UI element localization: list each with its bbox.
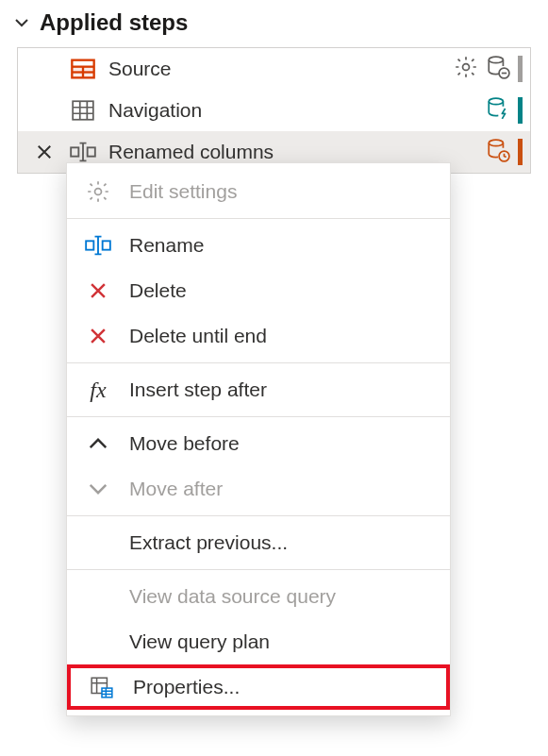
close-icon	[84, 277, 112, 305]
menu-separator	[67, 218, 450, 219]
source-icon	[69, 55, 97, 83]
menu-move-after: Move after	[67, 466, 450, 512]
menu-rename[interactable]: Rename	[67, 223, 450, 268]
menu-separator	[67, 362, 450, 363]
context-menu: Edit settings Rename Delete Delete until…	[66, 162, 451, 716]
chevron-down-icon	[84, 475, 112, 503]
menu-view-data-source-query: View data source query	[67, 574, 450, 619]
svg-rect-1	[74, 61, 93, 66]
svg-point-7	[489, 57, 503, 62]
status-strip	[518, 97, 523, 124]
menu-insert-step-after[interactable]: fx Insert step after	[67, 367, 450, 412]
menu-view-query-plan[interactable]: View query plan	[67, 619, 450, 664]
svg-rect-9	[73, 101, 93, 120]
svg-rect-3	[84, 68, 92, 72]
svg-rect-11	[71, 147, 78, 156]
menu-label: Edit settings	[129, 180, 237, 203]
menu-separator	[67, 515, 450, 516]
menu-label: View query plan	[129, 630, 270, 653]
step-row-source[interactable]: Source	[18, 48, 530, 90]
step-label: Source	[108, 58, 442, 80]
svg-rect-4	[74, 74, 82, 77]
chevron-up-icon	[84, 429, 112, 458]
menu-extract-previous[interactable]: Extract previous...	[67, 520, 450, 565]
menu-label: View data source query	[129, 585, 336, 608]
table-icon	[69, 96, 97, 125]
menu-separator	[67, 416, 450, 417]
step-row-navigation[interactable]: Navigation	[18, 90, 530, 131]
status-strip	[518, 139, 523, 165]
status-strip	[518, 56, 523, 82]
menu-delete[interactable]: Delete	[67, 268, 450, 313]
applied-steps-header[interactable]: Applied steps	[0, 0, 548, 42]
step-label: Navigation	[108, 99, 474, 122]
chevron-down-icon	[13, 14, 30, 31]
menu-separator	[67, 569, 450, 570]
menu-label: Move after	[129, 478, 223, 500]
step-actions	[486, 96, 523, 126]
close-icon	[84, 322, 112, 350]
menu-label: Delete	[129, 279, 187, 302]
svg-rect-12	[88, 147, 95, 156]
menu-delete-until-end[interactable]: Delete until end	[67, 313, 450, 359]
svg-rect-2	[74, 68, 82, 72]
svg-rect-19	[102, 688, 112, 697]
menu-label: Properties...	[133, 676, 240, 698]
menu-label: Insert step after	[129, 378, 267, 401]
gear-icon[interactable]	[454, 55, 478, 84]
svg-rect-16	[86, 241, 93, 249]
svg-rect-5	[84, 74, 92, 77]
steps-list: Source Navigation R	[17, 47, 531, 174]
database-clock-icon[interactable]	[486, 138, 510, 167]
svg-point-10	[489, 98, 503, 105]
svg-point-15	[95, 189, 102, 195]
menu-label: Move before	[129, 432, 240, 455]
rename-icon	[84, 231, 112, 260]
menu-label: Rename	[129, 234, 204, 257]
svg-rect-17	[103, 241, 110, 249]
menu-label: Delete until end	[129, 325, 267, 347]
delete-step-button[interactable]	[31, 143, 58, 161]
svg-point-13	[489, 140, 503, 146]
step-actions	[454, 55, 523, 84]
database-minus-icon[interactable]	[486, 55, 510, 84]
database-bolt-icon[interactable]	[486, 96, 510, 126]
step-actions	[486, 138, 523, 167]
menu-label: Extract previous...	[129, 531, 288, 554]
fx-icon: fx	[84, 376, 112, 404]
properties-icon	[88, 673, 116, 701]
gear-icon	[84, 177, 112, 206]
panel-title: Applied steps	[40, 9, 188, 36]
menu-edit-settings: Edit settings	[67, 169, 450, 214]
svg-point-6	[463, 63, 470, 70]
menu-move-before[interactable]: Move before	[67, 421, 450, 466]
step-label: Renamed columns	[108, 141, 474, 163]
menu-properties[interactable]: Properties...	[67, 664, 450, 710]
